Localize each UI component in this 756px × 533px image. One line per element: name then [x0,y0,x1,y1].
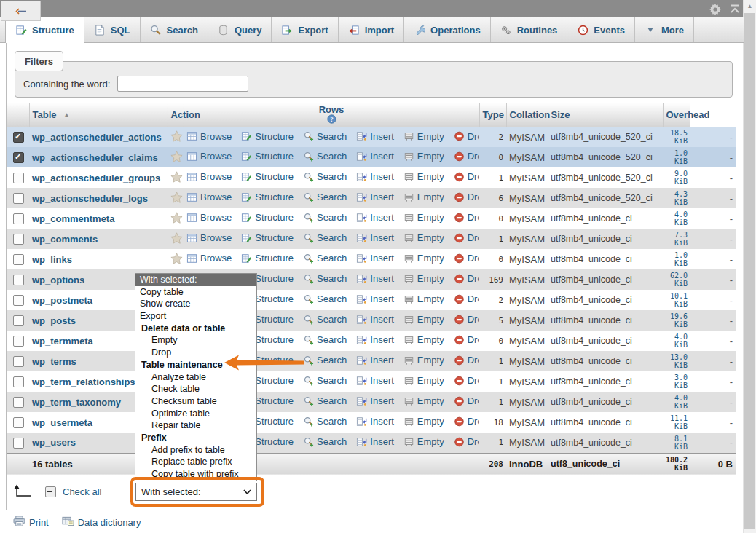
dropdown-option-checksum-table[interactable]: Checksum table [135,395,256,408]
favorite-star-icon[interactable] [170,256,183,266]
action-drop-link[interactable]: Drop [454,212,479,223]
row-checkbox[interactable] [13,152,24,163]
row-checkbox[interactable] [13,336,24,347]
scrollbar-thumb[interactable] [744,13,755,529]
dropdown-option-add-prefix-to-table[interactable]: Add prefix to table [135,444,256,457]
help-icon[interactable]: ? [327,114,336,125]
settings-gear-icon[interactable] [709,3,722,15]
action-drop-link[interactable]: Drop [454,232,479,243]
row-checkbox[interactable] [13,295,24,306]
favorite-star-icon[interactable] [170,174,183,185]
action-insert-link[interactable]: Insert [356,151,394,162]
action-empty-link[interactable]: Empty [403,131,444,142]
tab-structure[interactable]: Structure [5,17,84,43]
row-checkbox[interactable] [13,315,24,326]
row-checkbox[interactable] [13,275,24,285]
action-search-link[interactable]: Search [303,151,347,162]
action-insert-link[interactable]: Insert [356,273,394,284]
action-browse-link[interactable]: Browse [186,192,232,202]
action-insert-link[interactable]: Insert [356,131,394,142]
tab-export[interactable]: Export [272,17,338,42]
dropdown-option-drop[interactable]: Drop [135,347,256,359]
action-structure-link[interactable]: Structure [241,192,294,202]
action-drop-link[interactable]: Drop [454,334,479,345]
row-checkbox[interactable] [13,234,24,245]
table-name-link[interactable]: wp_actionscheduler_logs [32,193,148,204]
action-search-link[interactable]: Search [303,192,347,202]
table-name-link[interactable]: wp_users [32,437,76,448]
tab-events[interactable]: Events [567,17,635,42]
action-browse-link[interactable]: Browse [186,212,232,223]
dropdown-option-copy-table[interactable]: Copy table [135,286,256,299]
action-structure-link[interactable]: Structure [241,171,294,182]
action-search-link[interactable]: Search [303,395,347,406]
action-insert-link[interactable]: Insert [356,192,394,202]
action-search-link[interactable]: Search [303,171,347,182]
dropdown-option-copy-table-with-prefix[interactable]: Copy table with prefix [135,468,256,481]
back-button[interactable] [1,1,41,21]
action-drop-link[interactable]: Drop [454,314,479,325]
check-all-checkbox[interactable] [45,486,56,497]
action-browse-link[interactable]: Browse [186,232,232,243]
action-insert-link[interactable]: Insert [356,253,394,264]
action-empty-link[interactable]: Empty [403,355,444,366]
table-name-link[interactable]: wp_commentmeta [32,213,114,224]
table-name-link[interactable]: wp_comments [32,234,98,245]
action-empty-link[interactable]: Empty [403,416,444,427]
table-name-link[interactable]: wp_actionscheduler_actions [32,132,162,143]
tab-search[interactable]: Search [141,17,208,42]
tab-more[interactable]: More [635,17,694,42]
action-drop-link[interactable]: Drop [454,131,479,142]
favorite-star-icon[interactable] [170,235,183,246]
table-name-link[interactable]: wp_usermeta [32,417,92,428]
action-search-link[interactable]: Search [303,232,347,243]
action-empty-link[interactable]: Empty [403,395,444,406]
with-selected-select[interactable]: With selected: [135,483,257,501]
dropdown-option-table-maintenance[interactable]: Table maintenance [135,359,256,371]
row-checkbox[interactable] [13,193,24,204]
containing-word-input[interactable] [117,76,248,92]
action-search-link[interactable]: Search [303,334,347,345]
table-name-link[interactable]: wp_termmeta [32,336,93,347]
action-search-link[interactable]: Search [303,436,347,447]
dropdown-option-export[interactable]: Export [135,310,256,323]
action-browse-link[interactable]: Browse [186,131,232,142]
table-name-link[interactable]: wp_actionscheduler_groups [32,173,160,183]
action-insert-link[interactable]: Insert [356,232,394,243]
action-drop-link[interactable]: Drop [454,151,479,162]
action-insert-link[interactable]: Insert [356,334,394,345]
table-name-link[interactable]: wp_posts [32,315,76,326]
action-drop-link[interactable]: Drop [454,192,479,202]
action-search-link[interactable]: Search [303,253,347,264]
collapse-top-icon[interactable] [728,3,741,15]
action-drop-link[interactable]: Drop [454,375,479,386]
action-structure-link[interactable]: Structure [241,212,294,223]
action-empty-link[interactable]: Empty [403,314,444,325]
row-checkbox[interactable] [13,356,24,367]
favorite-star-icon[interactable] [170,215,183,226]
action-insert-link[interactable]: Insert [356,355,394,366]
table-name-link[interactable]: wp_term_taxonomy [32,397,121,408]
action-browse-link[interactable]: Browse [186,253,232,264]
action-insert-link[interactable]: Insert [356,436,394,447]
action-empty-link[interactable]: Empty [403,151,444,162]
vertical-scrollbar[interactable]: ▲ [743,0,756,533]
row-checkbox[interactable] [13,254,24,265]
action-search-link[interactable]: Search [303,212,347,223]
dropdown-option-show-create[interactable]: Show create [135,298,256,310]
action-empty-link[interactable]: Empty [403,232,444,243]
action-search-link[interactable]: Search [303,293,347,304]
table-name-link[interactable]: wp_postmeta [32,295,92,306]
header-table[interactable]: Table▲ [29,103,168,127]
dropdown-option-with-selected[interactable]: With selected: [135,274,256,286]
action-drop-link[interactable]: Drop [454,355,479,366]
action-drop-link[interactable]: Drop [454,171,479,182]
dropdown-option-empty[interactable]: Empty [135,334,256,347]
check-all-link[interactable]: Check all [63,486,101,497]
dropdown-option-delete-data-or-table[interactable]: Delete data or table [135,323,256,335]
action-empty-link[interactable]: Empty [403,192,444,202]
action-drop-link[interactable]: Drop [454,253,479,264]
tab-sql[interactable]: SQL [84,17,141,42]
action-search-link[interactable]: Search [303,273,347,284]
action-insert-link[interactable]: Insert [356,314,394,325]
